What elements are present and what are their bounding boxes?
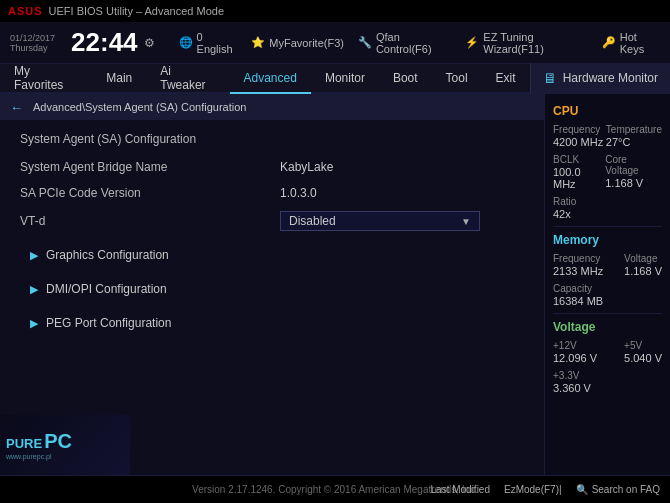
divider-2 [553, 313, 662, 314]
capacity-row: Capacity 16384 MB [553, 283, 662, 307]
mem-voltage-col: Voltage 1.168 V [624, 253, 662, 281]
core-voltage-col: Core Voltage 1.168 V [605, 154, 662, 194]
header-bar: ASUS UEFI BIOS Utility – Advanced Mode [0, 0, 670, 22]
sa-pcie-value: 1.0.3.0 [280, 186, 317, 200]
last-modified-label: Last Modified [431, 484, 490, 495]
language-label: 0 English [197, 31, 238, 55]
ez-mode-label: EzMode(F7)| [504, 484, 562, 495]
language-selector[interactable]: 🌐 0 English [179, 31, 238, 55]
ez-mode-button[interactable]: EzMode(F7)| [504, 484, 562, 495]
mem-voltage-label: Voltage [624, 253, 662, 264]
mem-freq-value: 2133 MHz [553, 265, 603, 277]
nav-monitor[interactable]: Monitor [311, 64, 379, 94]
chevron-right-icon-2: ▶ [30, 283, 38, 296]
mem-freq-col: Frequency 2133 MHz [553, 253, 603, 281]
dmi-opi-config-section[interactable]: ▶ DMI/OPI Configuration [20, 274, 524, 304]
v33-value: 3.360 V [553, 382, 662, 394]
asus-logo: ASUS [8, 5, 43, 17]
logo-url: www.purepc.pl [6, 453, 72, 460]
qfan-button[interactable]: 🔧 Qfan Control(F6) [358, 31, 451, 55]
cpu-bclk-row: BCLK 100.0 MHz Core Voltage 1.168 V [553, 154, 662, 194]
gear-icon[interactable]: ⚙ [144, 36, 155, 50]
sa-pcie-label: SA PCIe Code Version [20, 186, 280, 200]
myfavorite-button[interactable]: ⭐ MyFavorite(F3) [251, 36, 344, 49]
nav-boot[interactable]: Boot [379, 64, 432, 94]
search-faq-button[interactable]: 🔍 Search on FAQ [576, 484, 660, 495]
mem-freq-row: Frequency 2133 MHz Voltage 1.168 V [553, 253, 662, 281]
logo-pure: PURE [6, 437, 42, 450]
nav-main[interactable]: Main [92, 64, 146, 94]
nav-aitweaker[interactable]: Ai Tweaker [146, 64, 229, 94]
ez-tuning-label: EZ Tuning Wizard(F11) [483, 31, 587, 55]
time-display: 22:44 [71, 27, 138, 58]
peg-port-label: PEG Port Configuration [46, 316, 171, 330]
logo-pc: PC [44, 431, 72, 451]
lightning-icon: ⚡ [465, 36, 479, 49]
v12-label: +12V [553, 340, 597, 351]
nav-exit[interactable]: Exit [482, 64, 530, 94]
fan-icon: 🔧 [358, 36, 372, 49]
dmi-opi-label: DMI/OPI Configuration [46, 282, 167, 296]
hardware-monitor-tab[interactable]: 🖥 Hardware Monitor [530, 63, 670, 93]
vtd-label: VT-d [20, 214, 280, 228]
dropdown-arrow-icon: ▼ [461, 216, 471, 227]
sa-pcie-row: SA PCIe Code Version 1.0.3.0 [20, 180, 524, 206]
config-section-header: System Agent (SA) Configuration [20, 128, 524, 154]
v33-label: +3.3V [553, 370, 662, 381]
bclk-col: BCLK 100.0 MHz [553, 154, 605, 194]
hardware-monitor-panel: CPU Frequency 4200 MHz Temperature 27°C … [544, 94, 670, 475]
core-voltage-value: 1.168 V [605, 177, 662, 189]
globe-icon: 🌐 [179, 36, 193, 49]
search-label: Search on FAQ [592, 484, 660, 495]
bridge-name-label: System Agent Bridge Name [20, 160, 280, 174]
v33-row: +3.3V 3.360 V [553, 370, 662, 394]
nav-advanced[interactable]: Advanced [230, 64, 311, 94]
footer: Version 2.17.1246. Copyright © 2016 Amer… [0, 475, 670, 503]
timebar: 01/12/2017 Thursday 22:44 ⚙ 🌐 0 English … [0, 22, 670, 64]
last-modified-item: Last Modified [431, 484, 490, 495]
v12-value: 12.096 V [553, 352, 597, 364]
capacity-label: Capacity [553, 283, 662, 294]
cpu-temp-label: Temperature [606, 124, 662, 135]
memory-section-title: Memory [553, 233, 662, 247]
graphics-config-section[interactable]: ▶ Graphics Configuration [20, 240, 524, 270]
hot-keys-button[interactable]: 🔑 Hot Keys [602, 31, 660, 55]
bclk-label: BCLK [553, 154, 605, 165]
graphics-config-label: Graphics Configuration [46, 248, 169, 262]
mem-voltage-value: 1.168 V [624, 265, 662, 277]
back-arrow-icon[interactable]: ← [10, 100, 23, 115]
bridge-name-value: KabyLake [280, 160, 333, 174]
cpu-temp-value: 27°C [606, 136, 662, 148]
chevron-right-icon: ▶ [30, 249, 38, 262]
cpu-temp-col: Temperature 27°C [606, 124, 662, 152]
core-voltage-label: Core Voltage [605, 154, 662, 176]
peg-port-config-section[interactable]: ▶ PEG Port Configuration [20, 308, 524, 338]
main-nav: My Favorites Main Ai Tweaker Advanced Mo… [0, 64, 670, 94]
header-title: UEFI BIOS Utility – Advanced Mode [49, 5, 224, 17]
timebar-items: 🌐 0 English ⭐ MyFavorite(F3) 🔧 Qfan Cont… [179, 31, 660, 55]
breadcrumb-text: Advanced\System Agent (SA) Configuration [33, 101, 246, 113]
v5-label: +5V [624, 340, 662, 351]
vtd-dropdown[interactable]: Disabled ▼ [280, 211, 480, 231]
v12-col: +12V 12.096 V [553, 340, 597, 368]
mem-freq-label: Frequency [553, 253, 603, 264]
logo-area: PURE PC www.purepc.pl [0, 415, 130, 475]
bridge-name-row: System Agent Bridge Name KabyLake [20, 154, 524, 180]
nav-myfavorites[interactable]: My Favorites [0, 64, 92, 94]
v12-row: +12V 12.096 V +5V 5.040 V [553, 340, 662, 368]
v5-value: 5.040 V [624, 352, 662, 364]
divider-1 [553, 226, 662, 227]
datetime-block: 01/12/2017 Thursday [10, 33, 55, 53]
capacity-value: 16384 MB [553, 295, 662, 307]
nav-tool[interactable]: Tool [432, 64, 482, 94]
ratio-label: Ratio [553, 196, 662, 207]
bclk-value: 100.0 MHz [553, 166, 605, 190]
ez-tuning-button[interactable]: ⚡ EZ Tuning Wizard(F11) [465, 31, 587, 55]
cpu-freq-label: Frequency [553, 124, 603, 135]
ratio-row: Ratio 42x [553, 196, 662, 220]
hardware-monitor-label: Hardware Monitor [563, 71, 658, 85]
hotkeys-icon: 🔑 [602, 36, 616, 49]
myfavorite-label: MyFavorite(F3) [269, 37, 344, 49]
star-icon: ⭐ [251, 36, 265, 49]
monitor-icon: 🖥 [543, 70, 557, 86]
